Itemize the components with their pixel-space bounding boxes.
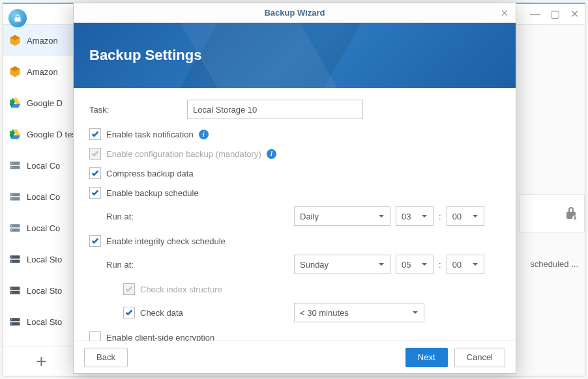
sidebar-item-label: Local Co (27, 192, 60, 202)
sidebar-item[interactable]: Local Sto (3, 306, 80, 337)
sidebar-item[interactable]: Google D test (3, 119, 80, 150)
check-data-checkbox[interactable] (123, 307, 135, 318)
sidebar-item[interactable]: Amazon (3, 25, 80, 56)
sidebar-item[interactable]: Local Co (3, 181, 80, 212)
modal-banner-title: Backup Settings (89, 47, 201, 64)
integrity-hour-select[interactable]: 05 (396, 255, 434, 274)
check-index-checkbox (123, 283, 135, 295)
time-separator: : (439, 212, 441, 221)
detail-panel (520, 194, 585, 233)
modal-close-button[interactable] (499, 7, 510, 19)
info-icon[interactable]: i (199, 130, 209, 139)
sidebar-item[interactable]: Local Co (3, 150, 80, 181)
schedule-minute-select[interactable]: 00 (447, 206, 484, 226)
window-maximize-icon[interactable]: ▢ (550, 9, 560, 20)
svg-rect-17 (11, 230, 12, 231)
server-dark-icon (8, 284, 22, 297)
svg-rect-29 (11, 324, 12, 325)
sidebar-item-label: Local Co (27, 161, 60, 171)
enable-encryption-checkbox[interactable] (89, 331, 101, 341)
svg-rect-21 (11, 261, 12, 262)
server-icon (8, 221, 22, 234)
app-logo-icon (8, 9, 27, 27)
integrity-frequency-select[interactable]: Sunday (294, 255, 390, 274)
svg-rect-9 (11, 167, 12, 169)
enable-integrity-checkbox[interactable] (89, 235, 101, 247)
modal-footer: Back Next Cancel (74, 341, 516, 373)
sidebar-item-label: Local Sto (27, 286, 62, 296)
modal-content: Task: Enable task notification i Enable … (74, 88, 516, 341)
enable-notification-checkbox[interactable] (89, 128, 101, 140)
server-icon (8, 190, 22, 203)
background-status-text: scheduled ... (530, 259, 578, 269)
drive-icon (8, 128, 22, 141)
sidebar-item-label: Amazon (27, 36, 58, 46)
svg-rect-24 (11, 288, 12, 289)
drive-icon (8, 96, 22, 109)
sidebar: AmazonAmazonGoogle DGoogle D testLocal C… (3, 25, 80, 376)
sidebar-item[interactable]: Local Co (3, 212, 80, 244)
add-task-button[interactable]: + (3, 346, 80, 376)
enable-config-backup-checkbox (89, 148, 101, 160)
integrity-run-at-label: Run at: (106, 260, 289, 270)
sidebar-item-label: Google D (27, 98, 63, 108)
sidebar-item[interactable]: Amazon (3, 56, 80, 87)
server-icon (8, 159, 22, 172)
backup-wizard-modal: Backup Wizard Backup Settings Task: Enab… (73, 3, 516, 374)
time-separator: : (439, 260, 441, 270)
compress-data-label: Compress backup data (106, 169, 194, 178)
cancel-button[interactable]: Cancel (454, 348, 505, 367)
box-icon (8, 34, 22, 47)
window-minimize-icon[interactable]: — (530, 9, 540, 20)
svg-rect-13 (11, 199, 12, 200)
svg-rect-28 (11, 319, 12, 320)
enable-notification-label: Enable task notification (106, 130, 194, 139)
info-icon[interactable]: i (267, 149, 276, 159)
lock-user-icon[interactable] (563, 206, 579, 221)
schedule-run-at-label: Run at: (106, 212, 289, 221)
svg-rect-20 (11, 257, 12, 258)
chevron-down-icon (421, 260, 428, 270)
svg-rect-12 (11, 194, 12, 195)
next-button[interactable]: Next (405, 348, 448, 367)
compress-data-checkbox[interactable] (89, 167, 101, 179)
sidebar-item[interactable]: Local Sto (3, 244, 80, 275)
check-data-label: Check data (140, 308, 183, 318)
integrity-minute-select[interactable]: 00 (447, 255, 484, 274)
svg-point-31 (574, 216, 576, 218)
enable-schedule-label: Enable backup schedule (106, 188, 199, 198)
chevron-down-icon (472, 212, 478, 221)
schedule-frequency-select[interactable]: Daily (294, 206, 390, 226)
task-name-input[interactable] (187, 100, 363, 119)
back-button[interactable]: Back (84, 348, 128, 367)
check-index-label: Check index structure (140, 285, 222, 294)
modal-titlebar: Backup Wizard (74, 3, 516, 23)
enable-encryption-label: Enable client-side encryption (106, 333, 214, 341)
svg-rect-25 (11, 292, 12, 294)
chevron-down-icon (421, 212, 428, 221)
enable-config-backup-label: Enable configuration backup (mandatory) (106, 149, 261, 159)
plus-icon: + (36, 351, 46, 372)
sidebar-item[interactable]: Google D (3, 87, 80, 119)
modal-banner: Backup Settings (74, 23, 516, 88)
enable-schedule-checkbox[interactable] (89, 187, 101, 199)
sidebar-item-label: Local Co (27, 223, 60, 233)
sidebar-item-label: Local Sto (27, 255, 62, 264)
sidebar-item-label: Google D test (27, 130, 79, 139)
sidebar-item[interactable]: Local Sto (3, 275, 80, 306)
enable-integrity-label: Enable integrity check schedule (106, 236, 226, 246)
modal-title-text: Backup Wizard (264, 8, 325, 18)
schedule-hour-select[interactable]: 03 (396, 206, 434, 226)
task-label: Task: (89, 105, 187, 115)
chevron-down-icon (378, 260, 385, 270)
window-close-icon[interactable]: ✕ (569, 9, 580, 20)
server-dark-icon (8, 315, 22, 328)
box-icon (8, 65, 22, 78)
sidebar-item-label: Local Sto (27, 317, 62, 327)
chevron-down-icon (378, 212, 385, 221)
check-data-duration-select[interactable]: < 30 minutes (294, 303, 424, 322)
chevron-down-icon (412, 308, 419, 318)
svg-rect-16 (11, 225, 12, 227)
server-dark-icon (8, 253, 22, 266)
chevron-down-icon (472, 260, 478, 270)
